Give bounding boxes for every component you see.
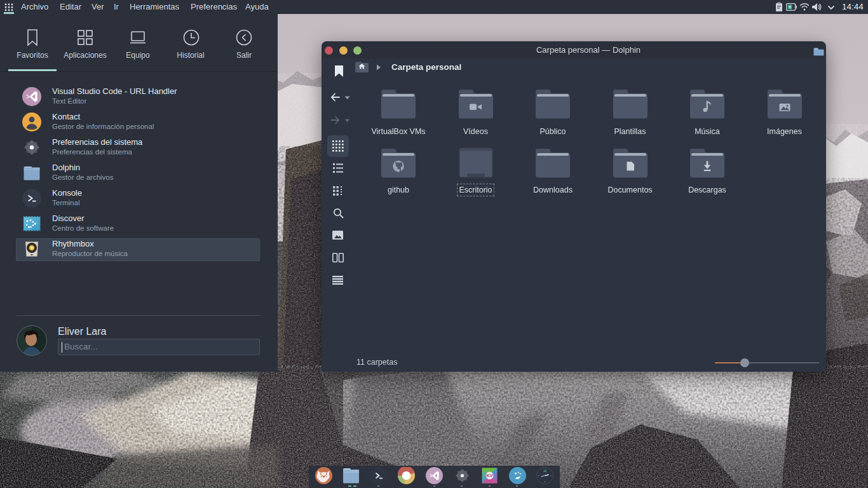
svg-text:KV: KV [486,473,492,478]
svg-text:12: 12 [543,469,547,473]
